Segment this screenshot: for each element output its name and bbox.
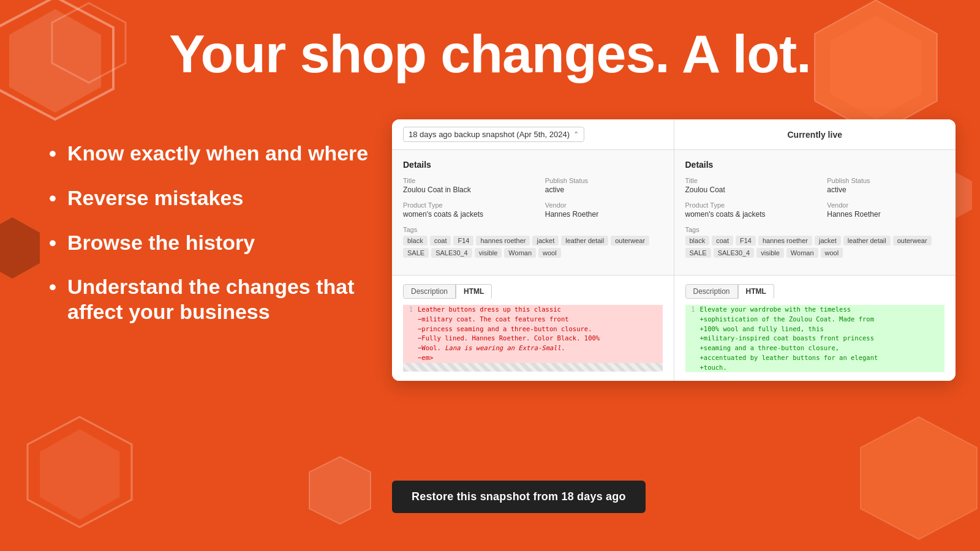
line-text: +sophistication of the Zoulou Coat. Made…: [700, 315, 945, 324]
tag-item: outerwear: [893, 236, 932, 246]
line-text: −princess seaming and a three-button clo…: [418, 324, 663, 334]
left-code-block: 1Leather buttons dress up this classic−m…: [403, 305, 663, 363]
line-number: [685, 315, 695, 324]
tag-item: F14: [736, 236, 756, 246]
line-text: +seaming and a three-button closure,: [700, 343, 945, 353]
tag-item: outerwear: [611, 236, 649, 246]
left-desc-col: Description HTML 1Leather buttons dress …: [392, 276, 674, 381]
page-headline: Your shop changes. A lot.: [74, 24, 907, 84]
line-text: +military-inspired coat boasts front pri…: [700, 334, 945, 343]
line-text: +accentuated by leather buttons for an e…: [700, 353, 945, 363]
left-description-tab[interactable]: Description: [403, 284, 456, 299]
right-details-col: Details Title Zoulou Coat Publish Status…: [674, 150, 956, 275]
line-number: [685, 324, 695, 334]
right-title-row: Title Zoulou Coat Publish Status active: [685, 177, 945, 194]
code-line: 1Leather buttons dress up this classic: [403, 305, 663, 315]
chevron-icon: ⌃: [573, 130, 579, 138]
line-number: [403, 343, 413, 353]
code-line: +seaming and a three-button closure,: [685, 343, 945, 353]
snapshot-header-left: 18 days ago backup snapshot (Apr 5th, 20…: [392, 119, 674, 149]
tag-item: black: [403, 236, 428, 246]
right-tags-label: Tags: [685, 226, 945, 233]
panel-header: 18 days ago backup snapshot (Apr 5th, 20…: [392, 119, 956, 150]
right-product-row: Product Type women's coats & jackets Ven…: [685, 201, 945, 219]
feature-list: Know exactly when and where Reverse mist…: [49, 141, 392, 344]
line-number: [685, 353, 695, 363]
right-tags-container: Tags blackcoatF14hannes roetherjacketlea…: [685, 226, 945, 258]
left-title-group: Title Zoulou Coat in Black: [403, 177, 521, 194]
left-vendor-value: Hannes Roether: [545, 210, 663, 219]
code-line: +military-inspired coat boasts front pri…: [685, 334, 945, 343]
tag-item: wool: [821, 248, 843, 258]
right-publish-value: active: [827, 186, 944, 194]
line-text: Leather buttons dress up this classic: [418, 305, 663, 315]
tag-item: leather detail: [561, 236, 608, 246]
line-number: [403, 324, 413, 334]
tag-item: jacket: [815, 236, 841, 246]
left-html-tab[interactable]: HTML: [456, 284, 492, 299]
comparison-panel: 18 days ago backup snapshot (Apr 5th, 20…: [392, 119, 956, 381]
right-product-type-group: Product Type women's coats & jackets: [685, 201, 803, 219]
left-product-type-value: women's coats & jackets: [403, 210, 521, 219]
bullet-item-3: Browse the history: [49, 230, 392, 255]
left-title-label: Title: [403, 177, 521, 184]
line-text: −em>: [418, 353, 663, 363]
code-line: −Fully lined. Hannes Roether. Color Blac…: [403, 334, 663, 343]
tag-item: jacket: [532, 236, 559, 246]
right-vendor-label: Vendor: [827, 201, 944, 209]
tag-item: coat: [712, 236, 733, 246]
line-number: [685, 363, 695, 373]
tag-item: Woman: [504, 248, 536, 258]
code-line: 1Elevate your wardrobe with the timeless: [685, 305, 945, 315]
right-code-block: 1Elevate your wardrobe with the timeless…: [685, 305, 945, 372]
line-number: [685, 334, 695, 343]
snapshot-label: 18 days ago backup snapshot (Apr 5th, 20…: [409, 130, 570, 139]
tag-item: visible: [475, 248, 502, 258]
right-title-value: Zoulou Coat: [685, 186, 803, 194]
line-number: [403, 315, 413, 324]
left-desc-tabs[interactable]: Description HTML: [403, 284, 663, 299]
hex-decoration-bottom-left: [24, 414, 135, 539]
right-publish-group: Publish Status active: [827, 177, 944, 194]
right-vendor-group: Vendor Hannes Roether: [827, 201, 944, 219]
tag-item: black: [685, 236, 710, 246]
description-section: Description HTML 1Leather buttons dress …: [392, 275, 956, 381]
line-text: −Fully lined. Hannes Roether. Color Blac…: [418, 334, 663, 343]
right-desc-tabs[interactable]: Description HTML: [685, 284, 945, 299]
line-text: +touch.: [700, 363, 945, 373]
line-number: 1: [403, 305, 413, 315]
left-publish-label: Publish Status: [545, 177, 663, 184]
tag-item: hannes roether: [476, 236, 530, 246]
hex-decoration-mid-left: [0, 214, 43, 287]
panel-details-content: Details Title Zoulou Coat in Black Publi…: [392, 150, 956, 275]
tag-item: SALE: [685, 248, 711, 258]
right-html-tab[interactable]: HTML: [738, 284, 774, 299]
right-product-type-label: Product Type: [685, 201, 803, 209]
code-line: −em>: [403, 353, 663, 363]
tag-item: visible: [756, 248, 784, 258]
left-tags-container: Tags blackcoatF14hannes roetherjacketlea…: [403, 226, 663, 258]
live-header-right: Currently live: [674, 119, 956, 149]
code-line: +accentuated by leather buttons for an e…: [685, 353, 945, 363]
svg-marker-7: [861, 417, 977, 539]
restore-button[interactable]: Restore this snapshot from 18 days ago: [392, 481, 646, 513]
line-number: 1: [685, 305, 695, 315]
line-text: −military coat. The coat features front: [418, 315, 663, 324]
tag-item: hannes roether: [758, 236, 812, 246]
tag-item: SALE30_4: [431, 248, 472, 258]
right-product-type-value: women's coats & jackets: [685, 210, 803, 219]
right-vendor-value: Hannes Roether: [827, 210, 944, 219]
left-tags-label: Tags: [403, 226, 663, 233]
tag-item: SALE30_4: [714, 248, 755, 258]
code-line: −military coat. The coat features front: [403, 315, 663, 324]
left-tags-row: blackcoatF14hannes roetherjacketleather …: [403, 236, 663, 258]
svg-marker-4: [0, 217, 40, 279]
tag-item: leather detail: [843, 236, 891, 246]
left-vendor-group: Vendor Hannes Roether: [545, 201, 663, 219]
right-details-title: Details: [685, 160, 945, 170]
snapshot-selector[interactable]: 18 days ago backup snapshot (Apr 5th, 20…: [403, 127, 584, 142]
tag-item: wool: [538, 248, 561, 258]
right-description-tab[interactable]: Description: [685, 284, 738, 299]
live-label: Currently live: [788, 130, 842, 140]
right-tags-row: blackcoatF14hannes roetherjacketleather …: [685, 236, 945, 258]
